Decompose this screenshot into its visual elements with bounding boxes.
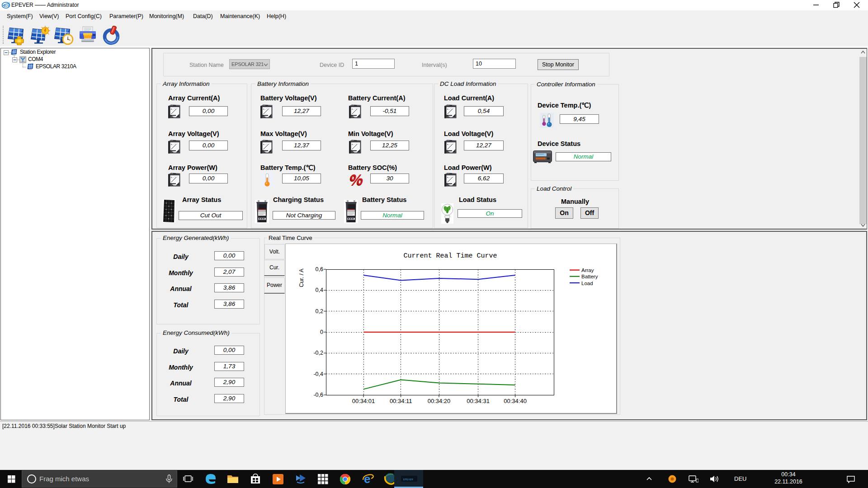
- svg-text:A: A: [171, 176, 172, 178]
- svg-text:-0,2: -0,2: [313, 350, 323, 356]
- svg-text:0,4: 0,4: [316, 287, 323, 293]
- svg-text:A: A: [447, 108, 448, 110]
- svg-text:00:34:31: 00:34:31: [467, 398, 490, 404]
- svg-text:A: A: [171, 143, 172, 145]
- svg-text:A: A: [352, 143, 353, 145]
- svg-text:Load: Load: [581, 281, 593, 286]
- svg-text:0,2: 0,2: [316, 308, 323, 314]
- svg-text:Current Real Time Curve: Current Real Time Curve: [403, 252, 497, 260]
- svg-text:A: A: [447, 176, 448, 178]
- svg-text:00:34:20: 00:34:20: [428, 398, 451, 404]
- svg-text:Battery: Battery: [581, 274, 598, 279]
- svg-text:%: %: [350, 173, 363, 188]
- svg-text:-0,4: -0,4: [313, 371, 323, 377]
- svg-text:A: A: [263, 143, 264, 145]
- svg-text:Cur. / A: Cur. / A: [298, 268, 305, 287]
- svg-text:A: A: [171, 108, 172, 110]
- svg-text:A: A: [352, 108, 353, 110]
- svg-text:A: A: [263, 108, 264, 110]
- svg-text:BUS: BUS: [4, 5, 9, 7]
- svg-text:00:34:01: 00:34:01: [352, 398, 375, 404]
- svg-text:0: 0: [320, 329, 323, 335]
- svg-text:Array: Array: [581, 267, 594, 273]
- svg-text:-0,6: -0,6: [313, 392, 323, 398]
- svg-text:0,6: 0,6: [316, 266, 323, 272]
- svg-text:00:34:40: 00:34:40: [504, 398, 527, 404]
- svg-text:A: A: [447, 143, 448, 145]
- svg-text:00:34:11: 00:34:11: [390, 398, 412, 404]
